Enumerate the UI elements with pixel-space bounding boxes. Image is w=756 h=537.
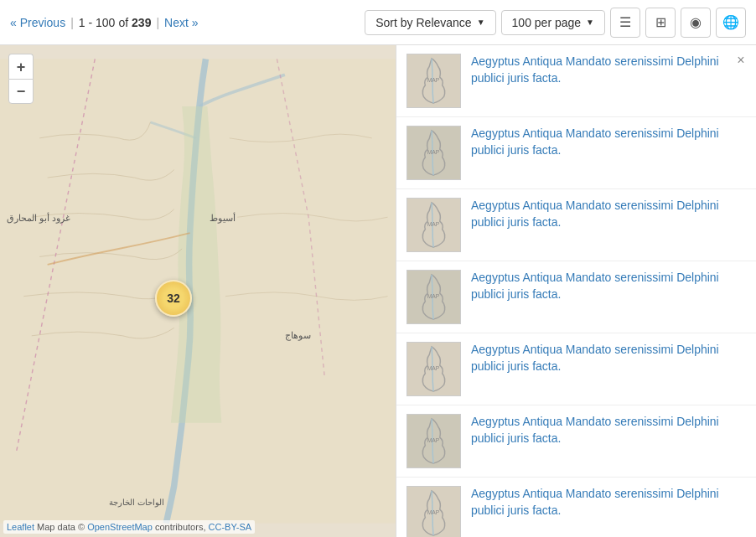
- result-thumbnail: MAP: [406, 270, 461, 324]
- result-thumbnail: MAP: [406, 342, 461, 396]
- result-item[interactable]: MAP Aegyptus Antiqua Mandato serenissimi…: [396, 405, 756, 478]
- of-label: of: [118, 16, 128, 29]
- result-thumbnail: MAP: [406, 198, 461, 252]
- result-thumbnail: MAP: [406, 54, 461, 108]
- sort-caret: ▼: [477, 18, 485, 27]
- timeline-view-button[interactable]: ◉: [681, 8, 711, 38]
- svg-text:MAP: MAP: [427, 437, 440, 443]
- close-panel-button[interactable]: ×: [733, 52, 749, 69]
- controls: Sort by Relevance ▼ 100 per page ▼ ☰ ⊞ ◉…: [365, 8, 746, 38]
- main-content: أسيوط سوهاج غرود أبو المحارق الواحات الخ…: [0, 45, 756, 537]
- result-item[interactable]: MAP Aegyptus Antiqua Mandato serenissimi…: [396, 117, 756, 189]
- svg-text:MAP: MAP: [427, 293, 440, 299]
- cluster-marker[interactable]: 32: [155, 280, 192, 317]
- result-item[interactable]: MAP Aegyptus Antiqua Mandato serenissimi…: [396, 261, 756, 333]
- attribution-map-text: Map data ©: [37, 522, 85, 532]
- license-link[interactable]: CC-BY-SA: [209, 522, 252, 532]
- next-link[interactable]: Next »: [164, 16, 198, 29]
- attribution-contributors: contributors,: [155, 522, 206, 532]
- zoom-out-button[interactable]: −: [8, 79, 34, 104]
- topbar: « Previous | 1 - 100 of 239 | Next » Sor…: [0, 0, 756, 45]
- total-count: 239: [132, 16, 151, 29]
- result-item[interactable]: MAP Aegyptus Antiqua Mandato serenissimi…: [396, 189, 756, 261]
- zoom-in-button[interactable]: +: [8, 54, 34, 79]
- osm-link[interactable]: OpenStreetMap: [87, 522, 153, 532]
- per-page-caret: ▼: [586, 18, 594, 27]
- svg-text:MAP: MAP: [427, 221, 440, 227]
- result-thumbnail: MAP: [406, 486, 461, 537]
- grid-view-button[interactable]: ⊞: [645, 8, 676, 38]
- result-thumbnail: MAP: [406, 414, 461, 468]
- svg-text:MAP: MAP: [427, 77, 440, 83]
- sort-label: Sort by Relevance: [375, 16, 471, 29]
- results-list: MAP Aegyptus Antiqua Mandato serenissimi…: [396, 45, 756, 537]
- map-background: [0, 45, 396, 537]
- result-text: Aegyptus Antiqua Mandato serenissimi Del…: [471, 270, 746, 302]
- result-item[interactable]: MAP Aegyptus Antiqua Mandato serenissimi…: [396, 478, 756, 537]
- svg-text:MAP: MAP: [427, 509, 440, 515]
- result-item[interactable]: MAP Aegyptus Antiqua Mandato serenissimi…: [396, 45, 756, 117]
- map-attribution: Leaflet Map data © OpenStreetMap contrib…: [3, 520, 255, 534]
- prev-link[interactable]: « Previous: [10, 16, 65, 29]
- per-page-dropdown[interactable]: 100 per page ▼: [501, 10, 605, 35]
- svg-text:MAP: MAP: [427, 149, 440, 155]
- result-text: Aegyptus Antiqua Mandato serenissimi Del…: [471, 54, 746, 86]
- result-text: Aegyptus Antiqua Mandato serenissimi Del…: [471, 126, 746, 158]
- leaflet-link[interactable]: Leaflet: [7, 522, 34, 532]
- result-title-link[interactable]: Aegyptus Antiqua Mandato serenissimi Del…: [471, 343, 719, 373]
- pagination: « Previous | 1 - 100 of 239 | Next »: [10, 16, 199, 29]
- results-panel: × MAP Aegyptus Antiqua Mandato serenissi…: [396, 45, 756, 537]
- svg-text:MAP: MAP: [427, 365, 440, 371]
- result-text: Aegyptus Antiqua Mandato serenissimi Del…: [471, 486, 746, 519]
- range-label: 1 - 100: [79, 16, 116, 29]
- result-thumbnail: MAP: [406, 126, 461, 180]
- result-text: Aegyptus Antiqua Mandato serenissimi Del…: [471, 342, 746, 374]
- result-title-link[interactable]: Aegyptus Antiqua Mandato serenissimi Del…: [471, 54, 719, 85]
- result-title-link[interactable]: Aegyptus Antiqua Mandato serenissimi Del…: [471, 415, 719, 445]
- map-view-button[interactable]: 🌐: [716, 8, 746, 38]
- result-title-link[interactable]: Aegyptus Antiqua Mandato serenissimi Del…: [471, 271, 719, 301]
- result-title-link[interactable]: Aegyptus Antiqua Mandato serenissimi Del…: [471, 199, 719, 229]
- separator2: |: [156, 16, 159, 29]
- per-page-label: 100 per page: [512, 16, 582, 29]
- result-text: Aegyptus Antiqua Mandato serenissimi Del…: [471, 198, 746, 230]
- separator1: |: [70, 16, 74, 29]
- result-item[interactable]: MAP Aegyptus Antiqua Mandato serenissimi…: [396, 333, 756, 405]
- result-title-link[interactable]: Aegyptus Antiqua Mandato serenissimi Del…: [471, 127, 719, 157]
- sort-dropdown[interactable]: Sort by Relevance ▼: [365, 10, 495, 35]
- result-title-link[interactable]: Aegyptus Antiqua Mandato serenissimi Del…: [471, 487, 719, 517]
- zoom-controls: + −: [8, 54, 34, 104]
- result-text: Aegyptus Antiqua Mandato serenissimi Del…: [471, 414, 746, 447]
- map-container[interactable]: أسيوط سوهاج غرود أبو المحارق الواحات الخ…: [0, 45, 396, 537]
- list-view-button[interactable]: ☰: [610, 8, 640, 38]
